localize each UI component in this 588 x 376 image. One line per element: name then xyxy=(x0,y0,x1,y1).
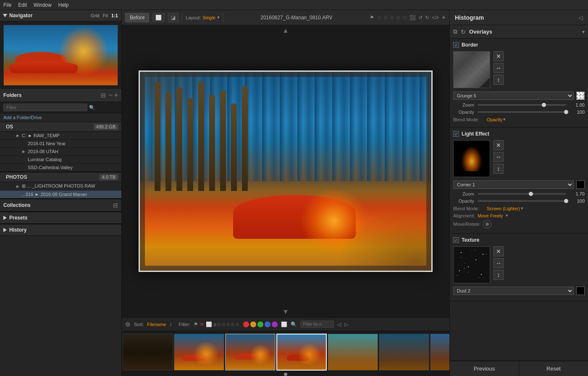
light-blend-val[interactable]: Screen (Lighter) xyxy=(487,206,520,211)
texture-preset-select[interactable]: Dust 2 xyxy=(453,287,574,295)
flag-icon[interactable]: ⚑ xyxy=(370,15,374,21)
border-blend-val[interactable]: Opacity xyxy=(487,117,502,122)
menu-edit[interactable]: Edit xyxy=(18,2,27,8)
border-delete-btn[interactable]: ✕ xyxy=(494,51,504,61)
histogram-collapse-icon[interactable]: ◁ xyxy=(578,14,583,21)
folder-utah[interactable]: ▶ 2019-08 UTAH xyxy=(0,148,121,156)
crop-icon[interactable]: ⬛ xyxy=(410,15,416,21)
border-zoom-thumb[interactable] xyxy=(542,103,546,107)
square-filter-icon[interactable]: ⬜ xyxy=(206,321,212,327)
history-header[interactable]: History xyxy=(0,225,121,236)
rotate-right-icon[interactable]: ↻ xyxy=(425,15,429,21)
code-icon[interactable]: </> xyxy=(432,15,439,21)
texture-swatch[interactable] xyxy=(576,287,585,295)
light-delete-btn[interactable]: ✕ xyxy=(494,140,504,150)
star-5[interactable]: ☆ xyxy=(402,14,407,21)
nav-fit[interactable]: Fit xyxy=(103,13,108,18)
light-blend-arrow[interactable]: ▾ xyxy=(521,206,523,211)
layout-value[interactable]: Single xyxy=(202,15,215,20)
light-zoom-thumb[interactable] xyxy=(529,192,533,196)
light-zoom-track[interactable] xyxy=(478,193,566,195)
previous-button[interactable]: Previous xyxy=(450,361,519,376)
scroll-up-icon[interactable]: ▲ xyxy=(282,27,289,34)
thumb-7[interactable] xyxy=(430,334,449,371)
overlays-arrow-icon[interactable]: ▾ xyxy=(582,29,585,35)
layers-icon[interactable]: ⧉ xyxy=(453,28,457,35)
layout-chevron-icon[interactable]: ▾ xyxy=(217,15,220,20)
sort-value[interactable]: Filename xyxy=(147,322,166,327)
star-1[interactable]: ☆ xyxy=(377,14,382,21)
light-opacity-track[interactable] xyxy=(478,200,566,202)
border-opacity-track[interactable] xyxy=(478,111,566,113)
border-preset-select[interactable]: Grunge 5 xyxy=(453,91,574,100)
texture-flip-v-btn[interactable]: ↕ xyxy=(494,270,504,280)
view-angle-btn[interactable]: ◪ xyxy=(168,13,178,22)
folder-filter-input[interactable] xyxy=(3,104,87,111)
x-filter-icon[interactable]: ✕ xyxy=(200,321,204,327)
sun-icon[interactable]: ☀ xyxy=(441,15,446,21)
thumb-2[interactable] xyxy=(174,334,224,371)
scroll-down-icon[interactable]: ▼ xyxy=(282,308,289,316)
light-align-val[interactable]: Move Freely xyxy=(478,213,503,218)
before-button[interactable]: Before xyxy=(125,13,149,22)
folders-plus-icon[interactable]: + xyxy=(114,91,118,99)
filmstrip-scroll[interactable] xyxy=(122,331,449,373)
border-flip-v-btn[interactable]: ↕ xyxy=(494,75,504,85)
rotate-left-icon[interactable]: ↺ xyxy=(418,15,423,21)
presets-header[interactable]: Presets xyxy=(0,212,121,224)
folder-new-year[interactable]: 2018-01 New Year xyxy=(0,140,121,148)
color-orange[interactable] xyxy=(250,321,256,327)
folder-raw-temp[interactable]: ▶ C: ► RAW_TEMP xyxy=(0,132,121,140)
flag-filter-icon[interactable]: ⚑ xyxy=(194,321,198,327)
drive-photos[interactable]: PHOTOS 4.0 TB xyxy=(0,172,121,182)
light-checkbox[interactable] xyxy=(453,131,459,137)
thumb-4[interactable] xyxy=(276,334,327,371)
menu-window[interactable]: Window xyxy=(34,2,52,8)
nav-1to1[interactable]: 1:1 xyxy=(111,13,118,18)
light-opacity-thumb[interactable] xyxy=(564,199,568,203)
checkbox-filter-icon[interactable]: ⬜ xyxy=(281,321,287,327)
texture-delete-btn[interactable]: ✕ xyxy=(494,246,504,256)
folder-luminar[interactable]: Luminar Catalog xyxy=(0,156,121,164)
stars-filter-icon[interactable]: ≥☆☆☆☆☆ xyxy=(214,321,240,327)
texture-flip-h-btn[interactable]: ↔ xyxy=(494,258,504,268)
color-blue[interactable] xyxy=(265,321,270,327)
border-blend-arrow[interactable]: ▾ xyxy=(503,117,506,122)
search-filter-icon[interactable]: 🔍 xyxy=(291,321,297,327)
folders-minus-icon[interactable]: − xyxy=(108,91,112,99)
collections-row[interactable]: Collections ⊟ xyxy=(0,198,121,212)
color-purple[interactable] xyxy=(272,321,278,327)
thumb-6[interactable] xyxy=(379,334,429,371)
folder-ssd[interactable]: SSD-Cathedral-Valley xyxy=(0,164,121,172)
border-flip-h-btn[interactable]: ↔ xyxy=(494,63,504,73)
folder-grand-manan[interactable]: ...016 ► 2016-08 Grand Manan xyxy=(0,191,121,198)
color-green[interactable] xyxy=(257,321,263,327)
border-swatch[interactable] xyxy=(576,91,585,100)
menu-file[interactable]: File xyxy=(3,2,11,8)
filmstrip-settings-icon[interactable]: ⚙ xyxy=(125,321,131,328)
view-square-btn[interactable]: ⬜ xyxy=(152,13,165,22)
thumb-3[interactable] xyxy=(225,334,276,371)
sort-order-icon[interactable]: ↕ xyxy=(169,321,172,327)
drive-os[interactable]: OS 499.2 GB xyxy=(0,122,121,132)
light-flip-h-btn[interactable]: ↔ xyxy=(494,152,504,162)
border-opacity-thumb[interactable] xyxy=(564,110,568,114)
refresh-icon[interactable]: ↻ xyxy=(461,29,466,35)
filmstrip-next-icon[interactable]: ▷ xyxy=(344,321,348,327)
light-preset-select[interactable]: Corner 1 xyxy=(453,180,574,189)
filter-by-name-input[interactable] xyxy=(300,321,334,328)
light-flip-v-btn[interactable]: ↕ xyxy=(494,164,504,174)
border-checkbox[interactable] xyxy=(453,42,459,48)
thumb-1[interactable] xyxy=(123,334,173,371)
navigator-header[interactable]: Navigator Grid Fit 1:1 xyxy=(0,10,121,21)
border-zoom-track[interactable] xyxy=(478,104,566,106)
star-3[interactable]: ☆ xyxy=(389,14,394,21)
filmstrip-prev-icon[interactable]: ◁ xyxy=(337,321,341,327)
star-2[interactable]: ☆ xyxy=(383,14,388,21)
add-folder-link[interactable]: Add a Folder/Drive xyxy=(0,113,121,122)
thumb-5[interactable] xyxy=(328,334,378,371)
color-red[interactable] xyxy=(243,321,249,327)
star-4[interactable]: ☆ xyxy=(396,14,401,21)
light-align-arrow[interactable]: ▾ xyxy=(506,213,508,218)
reset-button[interactable]: Reset xyxy=(519,361,588,376)
